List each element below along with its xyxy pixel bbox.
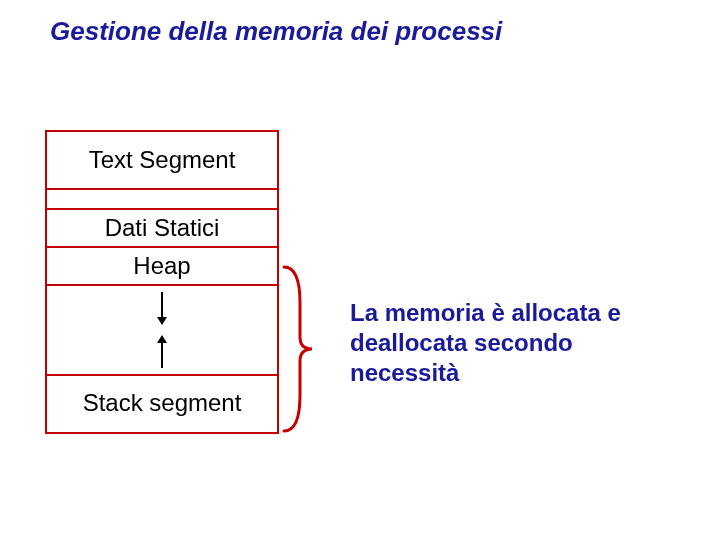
annotation-text: La memoria è allocata e deallocata secon… bbox=[350, 298, 670, 388]
heap-box: Heap bbox=[47, 248, 277, 286]
stack-segment-box: Stack segment bbox=[47, 376, 277, 432]
brace-icon bbox=[276, 263, 316, 435]
stack-grows-up-arrow-icon bbox=[161, 336, 163, 368]
spacer-row bbox=[47, 190, 277, 210]
heap-grows-down-arrow-icon bbox=[161, 292, 163, 324]
free-space-box bbox=[47, 286, 277, 376]
memory-layout-diagram: Text Segment Dati Statici Heap Stack seg… bbox=[45, 130, 279, 434]
slide-title: Gestione della memoria dei processi bbox=[50, 16, 502, 47]
text-segment-box: Text Segment bbox=[47, 132, 277, 190]
static-data-box: Dati Statici bbox=[47, 210, 277, 248]
